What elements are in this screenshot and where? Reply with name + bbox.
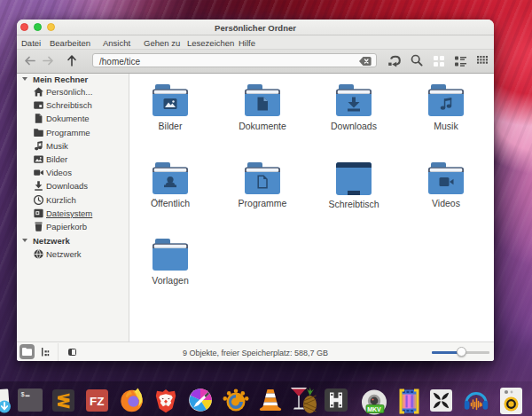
svg-text:FZ: FZ: [90, 395, 105, 408]
svg-text:MKV: MKV: [367, 405, 381, 412]
svg-text:$: $: [21, 391, 25, 398]
